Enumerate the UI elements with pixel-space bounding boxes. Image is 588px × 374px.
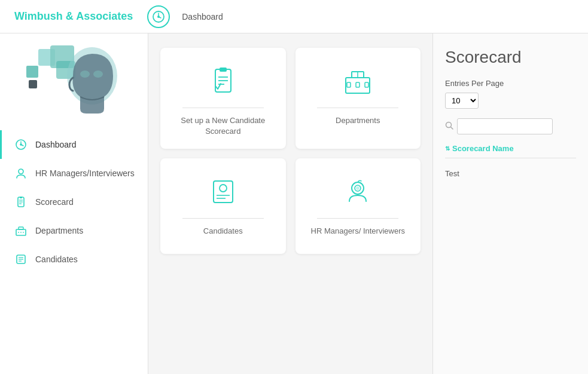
scorecard-name-col-label: Scorecard Name (452, 144, 514, 153)
topbar-dashboard-label: Dashboard (182, 12, 223, 22)
card-divider-4 (317, 218, 398, 219)
search-row (445, 118, 576, 134)
sidebar-item-candidates-label: Candidates (35, 255, 78, 264)
sidebar-item-scorecard[interactable]: Scorecard (0, 188, 148, 216)
search-icon (445, 121, 453, 131)
layout: Dashboard HR Managers/Interviewers Score… (0, 33, 588, 374)
dashboard-nav-icon (14, 137, 28, 152)
sidebar-item-departments-label: Departments (35, 226, 83, 235)
hr-managers-nav-icon (14, 166, 28, 180)
main-content: Set up a New Candidate Scorecard Departm… (148, 33, 432, 374)
cards-grid: Set up a New Candidate Scorecard Departm… (160, 48, 421, 254)
svg-line-15 (21, 145, 23, 146)
svg-point-10 (80, 70, 90, 78)
scorecard-item: Test (445, 165, 576, 182)
svg-rect-23 (19, 227, 23, 229)
panel-title: Scorecard (445, 48, 576, 67)
card-departments-label: Departments (336, 115, 380, 126)
search-input[interactable] (457, 118, 553, 134)
card-divider-3 (182, 218, 264, 219)
departments-card-icon (341, 65, 374, 98)
card-hr-label: HR Managers/ Interviewers (311, 226, 406, 237)
hr-managers-card-icon (341, 175, 374, 209)
sidebar-nav: Dashboard HR Managers/Interviewers Score… (0, 130, 148, 274)
entries-label: Entries Per Page (445, 79, 576, 88)
card-candidates[interactable]: Candidates (160, 158, 286, 254)
svg-point-11 (93, 70, 103, 78)
svg-point-48 (356, 186, 359, 190)
sidebar-item-hr-label: HR Managers/Interviewers (35, 168, 135, 178)
scorecard-name-header: ⇅ Scorecard Name (445, 144, 576, 158)
candidates-nav-icon (14, 252, 28, 266)
scorecard-nav-icon (14, 195, 28, 209)
entries-select[interactable]: 10 25 50 100 (445, 93, 479, 109)
card-candidates-label: Candidates (203, 226, 243, 237)
company-name: Wimbush & Associates (14, 10, 133, 23)
sidebar-item-dashboard-label: Dashboard (35, 140, 77, 149)
sidebar-logo (20, 43, 128, 121)
sort-icon[interactable]: ⇅ (445, 145, 450, 152)
svg-point-16 (19, 169, 23, 174)
sidebar-item-departments[interactable]: Departments (0, 216, 148, 245)
card-new-scorecard-label: Set up a New Candidate Scorecard (172, 115, 274, 137)
topbar: Wimbush & Associates Dashboard (0, 0, 588, 33)
sidebar: Dashboard HR Managers/Interviewers Score… (0, 33, 148, 374)
dashboard-icon (147, 5, 170, 28)
svg-rect-38 (347, 82, 351, 87)
sidebar-item-hr-managers[interactable]: HR Managers/Interviewers (0, 159, 148, 188)
card-divider (182, 108, 264, 108)
sidebar-item-scorecard-label: Scorecard (35, 197, 74, 207)
sidebar-item-candidates[interactable]: Candidates (0, 245, 148, 274)
svg-rect-36 (346, 78, 370, 93)
card-departments[interactable]: Departments (295, 48, 421, 149)
right-panel: Scorecard Entries Per Page 10 25 50 100 … (432, 33, 588, 374)
svg-rect-6 (29, 80, 37, 88)
candidates-card-icon (206, 175, 240, 209)
card-hr-managers[interactable]: HR Managers/ Interviewers (295, 158, 421, 254)
svg-rect-5 (26, 66, 38, 78)
svg-rect-21 (20, 197, 22, 198)
sidebar-item-dashboard[interactable]: Dashboard (0, 130, 148, 159)
svg-point-43 (220, 185, 227, 192)
svg-rect-32 (220, 68, 227, 72)
svg-line-50 (451, 127, 453, 130)
entries-per-page: 10 25 50 100 (445, 93, 576, 109)
card-divider-2 (317, 108, 398, 108)
departments-nav-icon (14, 223, 28, 238)
svg-rect-39 (356, 82, 359, 87)
card-new-scorecard[interactable]: Set up a New Candidate Scorecard (160, 48, 286, 149)
svg-rect-40 (365, 82, 368, 87)
new-scorecard-icon (206, 65, 240, 98)
